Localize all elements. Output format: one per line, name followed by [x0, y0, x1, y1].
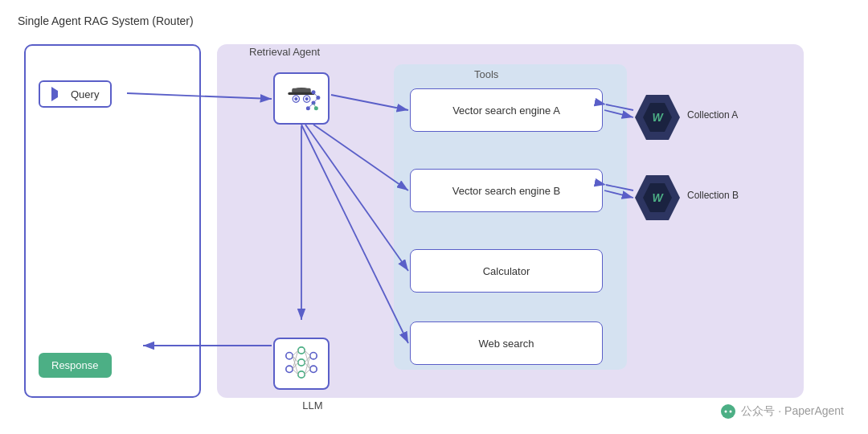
collection-b-icon: W: [652, 191, 662, 204]
collection-b-hex: W: [635, 175, 680, 220]
collection-a-group: W Collection A: [635, 95, 680, 140]
tool-box-calculator: Calculator: [410, 249, 603, 293]
svg-point-6: [305, 97, 309, 100]
collection-a-hex-inner: W: [643, 103, 672, 132]
svg-point-17: [286, 366, 293, 372]
collection-b-label: Collection B: [687, 190, 739, 201]
svg-point-11: [314, 106, 318, 110]
llm-box: [273, 338, 330, 390]
svg-point-18: [298, 346, 305, 353]
wechat-icon: [720, 403, 736, 420]
response-box: Response: [39, 353, 112, 378]
svg-line-14: [308, 103, 313, 108]
collection-b-hex-inner: W: [643, 183, 672, 212]
tools-label: Tools: [474, 68, 498, 80]
svg-rect-2: [288, 92, 314, 94]
svg-point-50: [730, 411, 732, 413]
svg-line-12: [313, 92, 318, 97]
svg-line-13: [313, 97, 318, 103]
watermark-text: 公众号 · PaperAgent: [741, 404, 844, 419]
svg-point-48: [721, 404, 735, 419]
llm-label: LLM: [280, 399, 345, 411]
query-box: Query: [39, 80, 112, 108]
tool-box-vector-a: Vector search engine A: [410, 88, 603, 132]
svg-point-20: [298, 371, 305, 377]
svg-point-21: [310, 352, 317, 358]
agent-icon: [281, 77, 321, 121]
query-label: Query: [71, 88, 99, 100]
watermark: 公众号 · PaperAgent: [720, 403, 844, 420]
svg-point-19: [298, 358, 305, 365]
tool-box-websearch: Web search: [410, 321, 603, 365]
collection-a-label: Collection A: [687, 109, 738, 121]
collection-b-group: W Collection B: [635, 175, 680, 220]
retrieval-agent-label: Retrieval Agent: [249, 46, 320, 58]
svg-point-49: [725, 411, 727, 413]
svg-point-16: [286, 352, 293, 358]
response-label: Response: [51, 359, 99, 371]
llm-icon: [281, 342, 321, 386]
svg-point-22: [310, 366, 317, 372]
collection-a-icon: W: [652, 111, 662, 124]
tool-box-vector-b: Vector search engine B: [410, 169, 603, 212]
diagram-container: Single Agent RAG System (Router) Tools Q…: [0, 0, 868, 434]
agent-box: [273, 72, 330, 125]
collection-a-hex: W: [635, 95, 680, 140]
svg-point-5: [294, 97, 297, 100]
diagram-title: Single Agent RAG System (Router): [18, 14, 194, 27]
